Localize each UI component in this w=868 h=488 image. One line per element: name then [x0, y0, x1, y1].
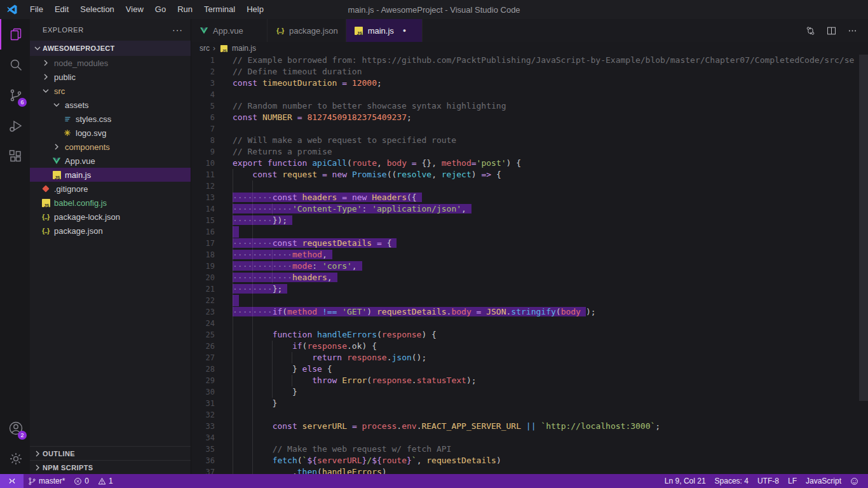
tree-item-logo-svg[interactable]: logo.svg — [30, 126, 191, 140]
ellipsis-icon[interactable] — [847, 25, 858, 36]
code-line-content[interactable] — [233, 226, 239, 238]
code-line-content[interactable]: ········}; — [233, 283, 287, 295]
status-errors[interactable]: 0 — [69, 474, 93, 488]
breadcrumb-item-src[interactable]: src — [200, 44, 210, 53]
line-number[interactable]: 4 — [191, 89, 233, 100]
activity-run-debug[interactable] — [0, 111, 30, 141]
line-number[interactable]: 5 — [191, 100, 233, 112]
code-line-content[interactable]: // Example borrowed from: https://github… — [233, 55, 854, 66]
line-number[interactable]: 15 — [191, 215, 233, 226]
line-number[interactable]: 18 — [191, 249, 233, 261]
code-line-content[interactable]: ············method, — [233, 249, 332, 261]
line-number[interactable]: 11 — [191, 169, 233, 180]
line-number[interactable]: 32 — [191, 409, 233, 421]
line-number[interactable]: 33 — [191, 421, 233, 432]
tree-item-babel-config-js[interactable]: JSbabel.config.js — [30, 196, 191, 210]
tree-item-public[interactable]: public — [30, 70, 191, 84]
line-number[interactable]: 14 — [191, 203, 233, 215]
line-number[interactable]: 7 — [191, 123, 233, 135]
menu-go[interactable]: Go — [149, 0, 172, 19]
tab-app-vue[interactable]: App.vue — [191, 19, 268, 42]
section-npm-scripts[interactable]: NPM SCRIPTS — [30, 460, 191, 474]
line-number[interactable]: 21 — [191, 283, 233, 295]
status-eol[interactable]: LF — [783, 474, 801, 488]
code-line-content[interactable]: export function apiCall(route, body = {}… — [233, 158, 521, 169]
tree-item-main-js[interactable]: JSmain.js — [30, 168, 191, 182]
menu-view[interactable]: View — [120, 0, 149, 19]
section-outline[interactable]: OUTLINE — [30, 446, 191, 460]
code-line-content[interactable]: const serverURL = process.env.REACT_APP_… — [233, 421, 660, 432]
editor-scrollbar[interactable] — [859, 55, 868, 401]
line-number[interactable]: 17 — [191, 238, 233, 249]
line-number[interactable]: 9 — [191, 146, 233, 158]
tree-item-assets[interactable]: assets — [30, 98, 191, 112]
code-line-content[interactable]: if(response.ok) { — [233, 341, 377, 352]
tab-package-json[interactable]: {..}package.json — [268, 19, 346, 42]
code-line-content[interactable]: const request = new Promise((resolve, re… — [233, 169, 501, 180]
status-indentation[interactable]: Spaces: 4 — [710, 474, 753, 488]
code-line-content[interactable]: // Returns a promise — [233, 146, 332, 158]
line-number[interactable]: 20 — [191, 272, 233, 283]
menu-terminal[interactable]: Terminal — [198, 0, 241, 19]
code-line-content[interactable]: ········}); — [233, 215, 292, 226]
unsaved-dot-icon[interactable]: ● — [403, 27, 406, 34]
open-changes-icon[interactable] — [805, 25, 816, 36]
menu-help[interactable]: Help — [241, 0, 269, 19]
code-line-content[interactable]: ········const requestDetails = { — [233, 238, 397, 249]
line-number[interactable]: 6 — [191, 112, 233, 123]
code-editor[interactable]: 1// Example borrowed from: https://githu… — [191, 55, 868, 474]
line-number[interactable]: 12 — [191, 180, 233, 192]
line-number[interactable]: 13 — [191, 192, 233, 203]
tree-item-package-json[interactable]: {..}package.json — [30, 224, 191, 238]
code-line-content[interactable]: return response.json(); — [233, 352, 426, 363]
code-line-content[interactable]: } — [233, 398, 277, 409]
code-line-content[interactable]: const timeoutDuration = 12000; — [233, 78, 382, 89]
project-root-row[interactable]: AWESOMEPROJECT — [30, 41, 191, 56]
code-line-content[interactable]: } else { — [233, 363, 332, 375]
sidebar-more-actions-icon[interactable]: ··· — [172, 25, 183, 35]
tree-item-src[interactable]: src — [30, 84, 191, 98]
code-line-content[interactable]: ········if(method !== 'GET') requestDeta… — [233, 306, 596, 318]
line-number[interactable]: 34 — [191, 432, 233, 444]
line-number[interactable]: 1 — [191, 55, 233, 66]
status-branch[interactable]: master* — [24, 474, 69, 488]
line-number[interactable]: 37 — [191, 466, 233, 474]
code-line-content[interactable]: // Random number to better showcase synt… — [233, 100, 506, 112]
tab-main-js[interactable]: JSmain.js● — [346, 19, 423, 42]
line-number[interactable]: 8 — [191, 135, 233, 146]
menu-selection[interactable]: Selection — [74, 0, 119, 19]
status-feedback[interactable] — [846, 474, 863, 488]
code-line-content[interactable]: } — [233, 386, 297, 398]
activity-explorer[interactable] — [0, 19, 30, 50]
menu-file[interactable]: File — [24, 0, 49, 19]
breadcrumb-item-main-js[interactable]: main.js — [232, 44, 256, 53]
line-number[interactable]: 25 — [191, 329, 233, 341]
tree-item-package-lock-json[interactable]: {..}package-lock.json — [30, 210, 191, 224]
code-line-content[interactable]: throw Error(response.statusText); — [233, 375, 477, 386]
remote-indicator[interactable] — [0, 474, 24, 488]
line-number[interactable]: 16 — [191, 226, 233, 238]
line-number[interactable]: 30 — [191, 386, 233, 398]
tree-item-styles-css[interactable]: styles.css — [30, 112, 191, 126]
code-line-content[interactable]: ············'Content-Type': 'application… — [233, 203, 471, 215]
line-number[interactable]: 2 — [191, 66, 233, 78]
activity-extensions[interactable] — [0, 141, 30, 172]
status-warnings[interactable]: 1 — [93, 474, 118, 488]
tree-item-app-vue[interactable]: App.vue — [30, 154, 191, 168]
menu-run[interactable]: Run — [172, 0, 198, 19]
line-number[interactable]: 23 — [191, 306, 233, 318]
line-number[interactable]: 10 — [191, 158, 233, 169]
code-line-content[interactable]: fetch(`${serverURL}/${route}`, requestDe… — [233, 455, 501, 466]
tree-item-components[interactable]: components — [30, 140, 191, 154]
line-number[interactable]: 36 — [191, 455, 233, 466]
code-line-content[interactable]: // Define timeout duration — [233, 66, 362, 78]
code-line-content[interactable]: function handleErrors(response) { — [233, 329, 437, 341]
line-number[interactable]: 22 — [191, 295, 233, 306]
code-line-content[interactable] — [233, 295, 239, 306]
line-number[interactable]: 28 — [191, 363, 233, 375]
code-line-content[interactable]: // Will make a web request to specified … — [233, 135, 456, 146]
code-line-content[interactable]: // Make the web request w/ fetch API — [233, 444, 451, 455]
code-line-content[interactable]: const NUMBER = 81274509182375409237; — [233, 112, 412, 123]
split-editor-icon[interactable] — [826, 25, 837, 36]
code-line-content[interactable]: .then(handleErrors) — [233, 466, 387, 474]
